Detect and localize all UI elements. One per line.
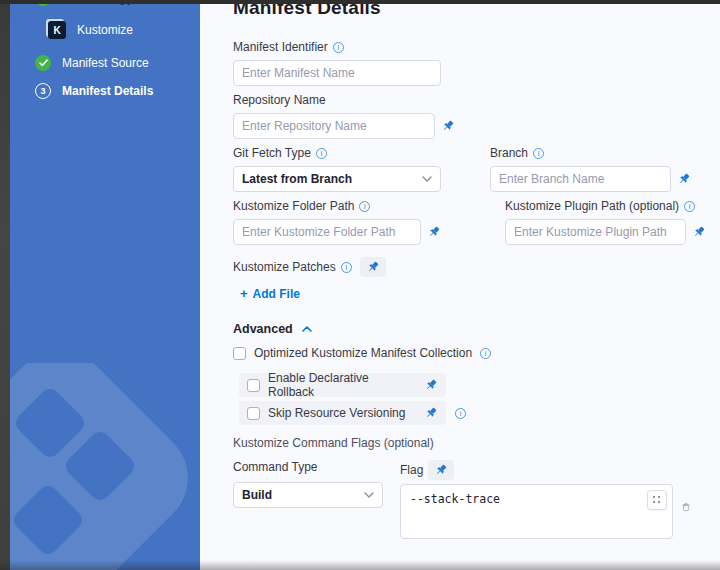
info-icon[interactable]: i bbox=[341, 262, 352, 273]
command-type-label: Command Type bbox=[233, 460, 318, 474]
advanced-section-toggle[interactable]: Advanced bbox=[233, 322, 700, 336]
declarative-rollback-label: Enable Declarative Rollback bbox=[268, 371, 416, 399]
manifest-identifier-label: Manifest Identifier bbox=[233, 40, 328, 54]
dimmed-page-top-edge bbox=[0, 0, 720, 4]
skip-versioning-checkbox[interactable] bbox=[247, 407, 260, 420]
sidebar-step-manifest-details[interactable]: 3 Manifest Details bbox=[35, 83, 153, 99]
step-label: Manifest Details bbox=[62, 84, 153, 98]
skip-versioning-row: Skip Resource Versioning bbox=[239, 401, 446, 425]
runtime-input-pin-icon bbox=[434, 463, 448, 477]
step-number-badge: 3 bbox=[35, 83, 51, 99]
kustomize-plugin-path-field: Kustomize Plugin Path (optional) i bbox=[505, 199, 706, 245]
add-file-button[interactable]: + Add File bbox=[240, 286, 300, 301]
info-icon[interactable]: i bbox=[480, 348, 491, 359]
manifest-details-panel: Manifest Details Manifest Identifier i R… bbox=[200, 0, 720, 570]
skip-versioning-label: Skip Resource Versioning bbox=[268, 406, 405, 420]
advanced-title: Advanced bbox=[233, 322, 293, 336]
chevron-down-icon bbox=[364, 492, 374, 498]
info-icon[interactable]: i bbox=[333, 42, 344, 53]
info-icon[interactable]: i bbox=[684, 201, 695, 212]
optimized-collection-row: Optimized Kustomize Manifest Collection … bbox=[233, 346, 700, 360]
flag-field: Flag --stack-trace bbox=[400, 460, 690, 543]
command-flags-section-label: Kustomize Command Flags (optional) bbox=[233, 436, 700, 450]
chevron-down-icon bbox=[422, 176, 432, 182]
branch-label: Branch bbox=[490, 146, 528, 160]
flag-label: Flag bbox=[400, 463, 423, 477]
harness-logo-watermark bbox=[10, 363, 195, 570]
runtime-input-pin-button[interactable] bbox=[428, 460, 454, 480]
kustomize-patches-label: Kustomize Patches bbox=[233, 260, 336, 274]
info-icon[interactable]: i bbox=[455, 408, 466, 419]
runtime-input-pin-icon[interactable] bbox=[441, 119, 455, 133]
plus-icon: + bbox=[240, 286, 248, 301]
wizard-sidebar: Manifest Type K Kustomize Manifest Sourc… bbox=[10, 0, 200, 570]
kustomize-plugin-path-input[interactable] bbox=[505, 219, 686, 245]
flag-input[interactable]: --stack-trace bbox=[400, 484, 673, 539]
runtime-input-pin-button[interactable] bbox=[360, 257, 386, 277]
manifest-wizard-modal: Manifest Type K Kustomize Manifest Sourc… bbox=[0, 0, 720, 570]
runtime-input-pin-icon[interactable] bbox=[427, 225, 441, 239]
check-icon bbox=[35, 55, 51, 71]
manifest-identifier-field: Manifest Identifier i bbox=[233, 40, 441, 86]
step-label: Manifest Source bbox=[62, 56, 149, 70]
command-type-select[interactable]: Build bbox=[233, 482, 383, 508]
sidebar-step-manifest-source[interactable]: Manifest Source bbox=[35, 55, 149, 71]
declarative-rollback-row: Enable Declarative Rollback bbox=[239, 373, 446, 397]
manifest-identifier-input[interactable] bbox=[233, 60, 441, 86]
info-icon[interactable]: i bbox=[359, 201, 370, 212]
kustomize-folder-path-field: Kustomize Folder Path i bbox=[233, 199, 441, 245]
git-fetch-type-field: Git Fetch Type i Latest from Branch bbox=[233, 146, 441, 192]
dimmed-page-left-edge bbox=[0, 0, 10, 570]
git-fetch-type-select[interactable]: Latest from Branch bbox=[233, 166, 441, 192]
kustomize-patches-field: Kustomize Patches i bbox=[233, 257, 700, 277]
expand-editor-button[interactable] bbox=[647, 490, 667, 510]
chevron-up-icon bbox=[302, 326, 312, 332]
runtime-input-pin-icon[interactable] bbox=[424, 378, 438, 392]
delete-flag-icon[interactable] bbox=[682, 500, 690, 514]
sidebar-step-kustomize[interactable]: K Kustomize bbox=[48, 21, 133, 39]
step-label: Kustomize bbox=[77, 23, 133, 37]
info-icon[interactable]: i bbox=[533, 148, 544, 159]
optimized-collection-checkbox[interactable] bbox=[233, 347, 246, 360]
repository-name-label: Repository Name bbox=[233, 93, 326, 107]
runtime-input-pin-icon[interactable] bbox=[677, 172, 691, 186]
branch-input[interactable] bbox=[490, 166, 671, 192]
kustomize-folder-path-input[interactable] bbox=[233, 219, 421, 245]
folder-path-label: Kustomize Folder Path bbox=[233, 199, 354, 213]
kustomize-icon: K bbox=[48, 21, 66, 39]
info-icon[interactable]: i bbox=[316, 148, 327, 159]
runtime-input-pin-icon[interactable] bbox=[692, 225, 706, 239]
expand-icon bbox=[653, 496, 661, 504]
declarative-rollback-checkbox[interactable] bbox=[247, 379, 260, 392]
plugin-path-label: Kustomize Plugin Path (optional) bbox=[505, 199, 679, 213]
git-fetch-type-label: Git Fetch Type bbox=[233, 146, 311, 160]
repository-name-input[interactable] bbox=[233, 113, 435, 139]
branch-field: Branch i bbox=[490, 146, 691, 192]
dimmed-page-bottom-edge bbox=[0, 560, 720, 570]
optimized-collection-label: Optimized Kustomize Manifest Collection bbox=[254, 346, 472, 360]
runtime-input-pin-icon[interactable] bbox=[424, 406, 438, 420]
repository-name-field: Repository Name bbox=[233, 93, 455, 139]
command-type-field: Command Type Build bbox=[233, 460, 383, 543]
runtime-input-pin-icon bbox=[366, 260, 380, 274]
